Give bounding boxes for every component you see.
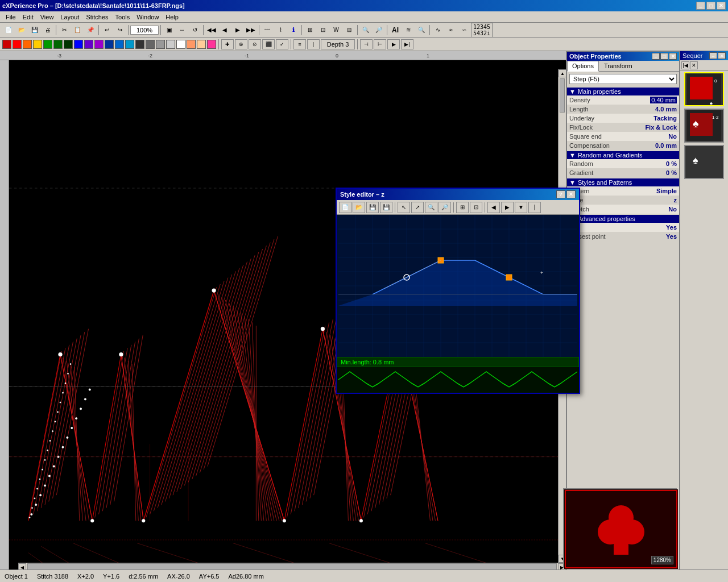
float-button[interactable]: □	[660, 53, 668, 60]
style-nav-right[interactable]: ▶	[501, 202, 514, 213]
zoom-input[interactable]: 100%	[130, 26, 159, 35]
tool-g[interactable]: 🔍	[359, 24, 372, 36]
color-swatch-19[interactable]	[197, 40, 206, 49]
color-red[interactable]	[2, 40, 11, 49]
menu-tools[interactable]: Tools	[112, 13, 134, 22]
tab-transform[interactable]: Transform	[599, 61, 638, 71]
color-swatch-7[interactable]	[74, 40, 83, 49]
new-button[interactable]: 📄	[2, 24, 15, 36]
undo-button[interactable]: ↩	[101, 24, 113, 36]
seq-btn-2[interactable]: ✕	[690, 61, 698, 69]
style-tool-2[interactable]: ↗	[411, 202, 424, 213]
tool-f[interactable]: ⊟	[343, 24, 355, 36]
tool-h[interactable]: 🔎	[373, 24, 385, 36]
style-nav-left[interactable]: ◀	[487, 202, 500, 213]
color-swatch-6[interactable]	[64, 40, 73, 49]
color-swatch-2[interactable]	[23, 40, 32, 49]
color-swatch-5[interactable]	[53, 40, 63, 49]
redo-button[interactable]: ↪	[114, 24, 126, 36]
close-panel-button[interactable]: ✕	[669, 53, 677, 60]
color-tool-7[interactable]: ⊣	[360, 39, 373, 49]
menu-stitches[interactable]: Stitches	[82, 13, 111, 22]
start-btn[interactable]: ◀◀	[205, 24, 218, 36]
open-button[interactable]: 📂	[15, 24, 28, 36]
color-swatch-12[interactable]	[125, 40, 134, 49]
color-tool-1[interactable]: ✚	[221, 39, 234, 49]
color-tool-3[interactable]: ⊙	[249, 39, 261, 49]
color-swatch-18[interactable]	[187, 40, 196, 49]
style-zoom-in[interactable]: 🔎	[439, 202, 451, 213]
color-tool-5[interactable]: ✓	[276, 39, 288, 49]
color-swatch-20[interactable]	[207, 40, 216, 49]
color-tool-8[interactable]: ⊢	[374, 39, 386, 49]
seq-btn-1[interactable]: |◀	[681, 61, 689, 69]
color-tool-depth[interactable]: ≡	[293, 39, 306, 49]
style-editor-canvas[interactable]: +	[337, 215, 579, 357]
cut-button[interactable]: ✂	[58, 24, 71, 36]
next-btn[interactable]: ▶	[231, 24, 244, 36]
tab-options[interactable]: Options	[567, 61, 599, 72]
color-tool-end[interactable]: ▶|	[401, 39, 413, 49]
tool-c[interactable]: ⊞	[304, 24, 316, 36]
paste-button[interactable]: 📌	[84, 24, 97, 36]
style-close-button[interactable]: ✕	[566, 190, 576, 198]
close-button[interactable]: ✕	[717, 2, 726, 10]
style-nav-unknown[interactable]: |	[528, 202, 541, 213]
step-dropdown[interactable]: Step (F5)	[569, 74, 677, 84]
seq-item-2[interactable]: ♠ 1-2	[684, 109, 724, 143]
tool-wave2[interactable]: ≈	[445, 24, 457, 36]
menu-layout[interactable]: Layout	[57, 13, 82, 22]
style-zoom-out[interactable]: 🔍	[425, 202, 437, 213]
tool-wave[interactable]: ∿	[432, 24, 444, 36]
color-swatch-13[interactable]	[135, 40, 144, 49]
color-tool-play[interactable]: ▶	[387, 39, 400, 49]
end-btn[interactable]: ▶▶	[245, 24, 257, 36]
color-tool-2[interactable]: ⊗	[235, 39, 247, 49]
prev-btn[interactable]: ◀	[218, 24, 231, 36]
minimize-button[interactable]: _	[696, 2, 705, 10]
color-swatch-9[interactable]	[94, 40, 104, 49]
color-swatch-1[interactable]	[13, 40, 22, 49]
tool-e[interactable]: W	[330, 24, 342, 36]
pin-button[interactable]: –	[652, 53, 660, 60]
style-nav-down[interactable]: ▼	[515, 202, 527, 213]
color-swatch-4[interactable]	[43, 40, 52, 49]
menu-edit[interactable]: Edit	[19, 13, 37, 22]
info-btn[interactable]: ℹ	[287, 24, 300, 36]
style-tool-1[interactable]: ↖	[398, 202, 410, 213]
tool-b[interactable]: ⌇	[274, 24, 287, 36]
scroll-v-thumb[interactable]	[560, 78, 565, 113]
style-open-btn[interactable]: 📂	[353, 202, 365, 213]
color-swatch-3[interactable]	[33, 40, 42, 49]
color-tool-4[interactable]: ⬛	[262, 39, 275, 49]
style-help-button[interactable]: ?	[556, 190, 565, 198]
style-save-btn[interactable]: 💾	[366, 202, 379, 213]
scroll-up-btn[interactable]: ▲	[559, 69, 566, 77]
seq-pin-btn[interactable]: –	[709, 52, 717, 59]
tool-d[interactable]: ⊡	[317, 24, 329, 36]
tool-a[interactable]: 〰	[261, 24, 274, 36]
menu-window[interactable]: Window	[133, 13, 162, 22]
style-new-btn[interactable]: 📄	[339, 202, 351, 213]
style-saveas-btn[interactable]: 💾	[380, 202, 392, 213]
seq-close-btn[interactable]: ✕	[718, 52, 726, 59]
maximize-button[interactable]: □	[706, 2, 715, 10]
menu-view[interactable]: View	[37, 13, 57, 22]
seq-item-3[interactable]: ♠	[684, 145, 724, 179]
color-swatch-16[interactable]	[166, 40, 175, 49]
color-swatch-17[interactable]	[176, 40, 185, 49]
copy-button[interactable]: 📋	[71, 24, 84, 36]
rotate-button[interactable]: ↺	[189, 24, 201, 36]
move-button[interactable]: ↔	[176, 24, 188, 36]
seq-item-1[interactable]: ♠ 0	[684, 72, 724, 106]
menu-help[interactable]: Help	[162, 13, 182, 22]
tool-wave3[interactable]: ∽	[458, 24, 470, 36]
style-tool-3[interactable]: ⊞	[456, 202, 469, 213]
color-swatch-14[interactable]	[146, 40, 155, 49]
color-swatch-15[interactable]	[156, 40, 165, 49]
color-swatch-11[interactable]	[115, 40, 124, 49]
tool-zoom-in[interactable]: 🔍	[415, 24, 428, 36]
style-tool-4[interactable]: ⊡	[470, 202, 482, 213]
print-button[interactable]: 🖨	[42, 24, 54, 36]
save-button[interactable]: 💾	[28, 24, 41, 36]
